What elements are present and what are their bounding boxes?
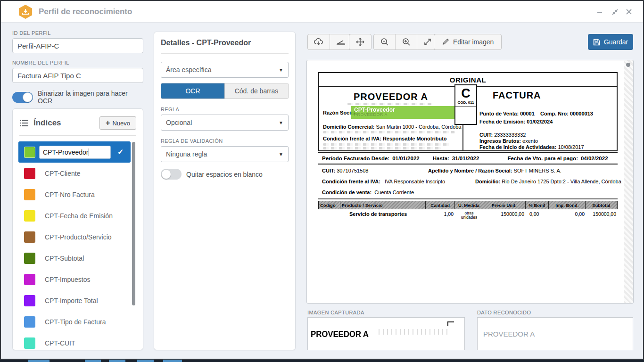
profile-id-field[interactable]: Perfil-AFIP-C — [12, 38, 143, 53]
hasta-value: 31/01/2022 — [452, 156, 479, 161]
customer-cuit-value: 30710751508 — [337, 168, 368, 173]
minimize-button[interactable] — [594, 7, 605, 17]
text-caret — [89, 148, 89, 156]
scanner-button[interactable] — [330, 34, 351, 49]
edit-image-button[interactable]: Editar imagen — [434, 34, 502, 50]
zoom-out-button[interactable] — [374, 34, 395, 49]
save-button[interactable]: Guardar — [588, 34, 633, 50]
profile-panel: ID DEL PERFIL Perfil-AFIP-C NOMBRE DEL P… — [12, 30, 143, 105]
customer-domicilio-value: Rio De Janeiro 1725 Dpto:2 - Villa Allen… — [502, 179, 621, 184]
index-item-label: CPT-Importe Total — [45, 297, 98, 304]
index-item-label: CPT-Producto/Servicio — [45, 233, 112, 241]
pan-button-group — [349, 34, 372, 50]
invoice-customer-box: CUIT: 30710751508 Apellido y Nombre / Ra… — [318, 165, 618, 199]
index-item[interactable]: CPT-Nro Factura — [18, 184, 131, 205]
invoice-preview: ORIGINAL PROVEEDOR A Razón Social: CPT-P… — [318, 72, 618, 228]
new-index-button[interactable]: + Nuevo — [99, 116, 136, 130]
details-title: Detalles - CPT-Proveedor — [161, 39, 289, 54]
index-color-swatch — [24, 295, 35, 306]
restore-button[interactable] — [609, 7, 620, 17]
index-item[interactable]: CPT-Tipo de Factura — [18, 311, 131, 332]
table-header-cell: % Bonif — [526, 201, 549, 209]
index-item[interactable]: CPT-Producto/Servicio — [18, 226, 131, 247]
rule-label: REGLA — [161, 107, 289, 112]
titlebar: Perfil de reconocimiento — [1, 1, 643, 23]
index-name-input[interactable]: CPT-Proveedor — [39, 146, 111, 159]
indices-title: Índices — [33, 118, 99, 128]
cloud-download-button[interactable] — [308, 34, 330, 49]
customer-nombre-value: SOFT MINERS S. A. — [514, 168, 561, 173]
image-viewer[interactable]: ORIGINAL PROVEEDOR A Razón Social: CPT-P… — [306, 60, 634, 304]
binarize-toggle[interactable] — [12, 92, 33, 103]
table-cell: 1,00 — [426, 211, 455, 220]
recognized-data-field[interactable]: PROVEEDOR A — [477, 317, 633, 350]
invoice-type-box: C COD. 011 — [454, 84, 477, 125]
index-name-value: CPT-Proveedor — [43, 148, 88, 156]
index-item[interactable]: CPT-Fecha de Emisión — [18, 205, 131, 226]
index-color-swatch — [24, 231, 35, 243]
invoice-header-box: PROVEEDOR A Razón Social: CPT-Proveedor … — [318, 87, 618, 151]
table-cell: 0,00 — [526, 211, 549, 220]
viewer-scroll-track[interactable] — [624, 60, 633, 303]
customer-cuit-label: CUIT: — [322, 168, 335, 173]
condicion-venta-label: Condición de venta: — [322, 189, 372, 195]
index-item[interactable]: CPT-Impuestos — [18, 269, 131, 290]
index-color-swatch[interactable] — [24, 147, 35, 158]
trim-spaces-toggle[interactable] — [161, 169, 182, 180]
index-item-label: CPT-Fecha de Emisión — [45, 212, 113, 220]
fecha-emision-label: Fecha de Emisión: — [479, 119, 525, 124]
condicion-iva-value: Responsable Monotributo — [383, 136, 447, 141]
taskbar-strip — [0, 360, 644, 362]
pan-move-button[interactable] — [349, 34, 371, 49]
comp-nro-value: 00000013 — [570, 111, 593, 116]
tab-barcode[interactable]: Cód. de barras — [224, 83, 288, 99]
list-icon — [19, 119, 29, 127]
table-header-cell: Producto / Servicio — [340, 201, 426, 209]
index-item[interactable]: CPT-CUIT — [18, 332, 131, 350]
table-cell: 150000,00 — [483, 211, 526, 220]
highlight-ghost-text: PROVEEDOR A — [354, 112, 458, 117]
viewer-scroll-thumb[interactable] — [626, 63, 630, 67]
confirm-check-icon[interactable]: ✓ — [117, 148, 124, 156]
captured-corner-mark — [447, 321, 454, 326]
table-header-cell: Cantidad — [426, 201, 455, 209]
profile-id-label: ID DEL PERFIL — [12, 30, 143, 36]
invoice-type-letter: C — [455, 86, 476, 100]
area-type-select[interactable]: Área específica ▼ — [161, 62, 289, 78]
invoice-sale-cell: FACTURA Punto de Venta: 00001 Comp. Nro:… — [464, 87, 617, 150]
noise-line — [379, 329, 449, 335]
chevron-down-icon: ▼ — [279, 67, 283, 73]
source-button-group — [307, 34, 353, 50]
profile-name-field[interactable]: Factura AFIP Tipo C — [12, 68, 143, 83]
index-item[interactable]: CPT-Importe Total — [18, 290, 131, 311]
table-header-cell: Subtotal — [586, 201, 617, 209]
index-item[interactable]: CPT-Subtotal — [18, 247, 131, 269]
index-item-selected[interactable]: CPT-Proveedor ✓ — [18, 141, 131, 163]
rule-select[interactable]: Opcional ▼ — [161, 115, 289, 131]
hasta-label: Hasta: — [433, 156, 449, 161]
validation-rule-label: REGLA DE VALIDACIÓN — [161, 138, 289, 144]
indices-panel: Índices + Nuevo CPT-Proveedor ✓ CPT-Clie… — [12, 108, 143, 350]
table-header-cell: U. Medida — [455, 201, 483, 209]
ingresos-brutos-value: exento — [522, 138, 538, 144]
invoice-type-code: COD. 011 — [455, 100, 476, 107]
validation-rule-select[interactable]: Ninguna regla ▼ — [161, 146, 289, 162]
zoom-in-button[interactable] — [395, 34, 416, 49]
cuit-value: 23333333332 — [494, 132, 526, 138]
recognized-data-value: PROVEEDOR A — [483, 330, 535, 338]
noise-line — [323, 131, 455, 133]
invoice-table-row: Servicio de transportes1,00otras unidade… — [318, 211, 618, 220]
index-item[interactable]: CPT-Cliente — [18, 163, 131, 184]
periodo-desde-label: Período Facturado Desde: — [322, 156, 389, 161]
index-highlight-region[interactable]: CPT-Proveedor PROVEEDOR A — [351, 106, 461, 119]
vto-value: 04/02/2022 — [581, 156, 608, 161]
tab-ocr[interactable]: OCR — [161, 83, 224, 99]
save-label: Guardar — [604, 38, 628, 46]
table-cell — [318, 211, 340, 220]
index-item-label: CPT-Impuestos — [45, 276, 90, 283]
close-button[interactable] — [623, 7, 635, 17]
indices-scrollbar[interactable] — [132, 142, 135, 305]
zoom-button-group — [373, 34, 438, 50]
table-cell: 150000,00 — [586, 211, 618, 220]
condicion-venta-value: Cuenta Corriente — [374, 189, 414, 195]
